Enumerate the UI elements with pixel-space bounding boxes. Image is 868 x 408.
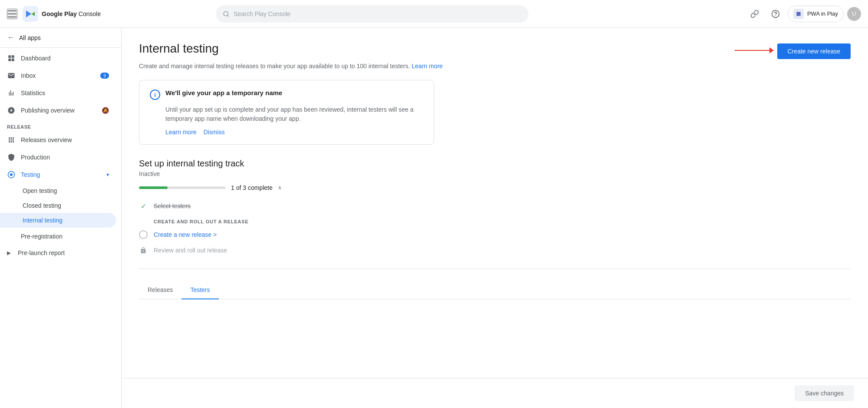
pre-registration-label: Pre-registration xyxy=(21,233,63,240)
release-section-label: Release xyxy=(0,119,121,131)
info-box-actions: Learn more Dismiss xyxy=(150,129,423,136)
info-dismiss-link[interactable]: Dismiss xyxy=(204,129,225,136)
info-box: i We'll give your app a temporary name U… xyxy=(139,80,434,145)
sidebar-item-statistics[interactable]: Statistics xyxy=(0,84,116,102)
all-apps-label: All apps xyxy=(19,34,41,41)
save-changes-button[interactable]: Save changes xyxy=(795,385,854,401)
progress-bar xyxy=(139,186,226,189)
sidebar-item-pre-registration[interactable]: Pre-registration xyxy=(0,228,116,245)
link-icon-button[interactable] xyxy=(746,5,763,23)
section-divider xyxy=(139,269,851,269)
info-circle-icon: i xyxy=(150,90,160,100)
setup-title: Set up internal testing track xyxy=(139,159,851,169)
sidebar-statistics-label: Statistics xyxy=(21,90,45,96)
step-label-review-rollout: Review and roll out release xyxy=(154,247,227,254)
page-title: Internal testing xyxy=(139,42,219,56)
info-box-title: We'll give your app a temporary name xyxy=(165,89,282,96)
progress-row: 1 of 3 complete ∧ xyxy=(139,184,851,191)
progress-bar-fill xyxy=(139,186,168,189)
nav-right: PWA in Play U xyxy=(746,5,861,23)
dashboard-icon xyxy=(7,54,16,63)
step-item-review-rollout: Review and roll out release xyxy=(139,244,851,256)
testing-chevron-icon: ▾ xyxy=(106,172,109,178)
sidebar-item-releases-overview[interactable]: Releases overview xyxy=(0,131,116,149)
create-rollout-label: CREATE AND ROLL OUT A RELEASE xyxy=(139,216,851,225)
step-label-select-testers: Select testers xyxy=(154,202,191,209)
step-lock-icon xyxy=(139,246,148,255)
red-arrow xyxy=(735,47,774,53)
search-icon xyxy=(223,10,229,17)
search-bar[interactable] xyxy=(216,5,528,23)
subtitle-learn-more-link[interactable]: Learn more xyxy=(412,63,443,70)
page-subtitle: Create and manage internal testing relea… xyxy=(139,63,851,70)
help-icon xyxy=(771,10,780,18)
statistics-icon xyxy=(7,89,16,97)
back-arrow-icon: ← xyxy=(7,33,15,42)
step-label-create-release: Create a new release > xyxy=(154,231,217,238)
help-icon-button[interactable] xyxy=(767,5,784,23)
svg-rect-6 xyxy=(12,55,14,58)
red-arrow-line xyxy=(735,50,769,51)
testing-icon xyxy=(7,170,16,179)
create-release-wrapper: Create new release xyxy=(777,42,851,59)
svg-rect-7 xyxy=(8,59,11,61)
tabs-row: Releases Testers xyxy=(139,281,851,299)
step-done-icon: ✓ xyxy=(139,202,148,210)
play-console-logo-icon xyxy=(23,6,38,22)
logo-text: Google Play Console xyxy=(42,10,101,17)
sidebar-item-dashboard[interactable]: Dashboard xyxy=(0,50,116,67)
svg-point-10 xyxy=(10,173,13,176)
tab-releases[interactable]: Releases xyxy=(139,281,182,299)
tab-testers[interactable]: Testers xyxy=(182,281,218,299)
sidebar-item-production[interactable]: Production xyxy=(0,149,116,166)
closed-testing-label: Closed testing xyxy=(23,202,61,209)
info-box-header: i We'll give your app a temporary name xyxy=(150,89,423,100)
publishing-icon xyxy=(7,106,16,115)
info-box-body: Until your app set up is complete and yo… xyxy=(150,105,423,123)
svg-rect-8 xyxy=(12,59,14,61)
internal-testing-label: Internal testing xyxy=(23,217,63,224)
sidebar-item-pre-launch[interactable]: ▶ Pre-launch report xyxy=(0,245,116,261)
search-input[interactable] xyxy=(234,10,521,17)
red-arrow-head xyxy=(769,47,774,53)
progress-label: 1 of 3 complete xyxy=(231,184,273,191)
avatar[interactable]: U xyxy=(847,7,861,21)
sidebar-inbox-label: Inbox xyxy=(21,72,36,79)
sidebar-dashboard-label: Dashboard xyxy=(21,55,51,62)
setup-status: Inactive xyxy=(139,170,851,177)
main-content: Internal testing Create new release Crea… xyxy=(122,28,868,408)
hamburger-menu-button[interactable] xyxy=(7,9,17,19)
sidebar-item-publishing[interactable]: Publishing overview 🔕 xyxy=(0,102,116,119)
bottom-bar: Save changes xyxy=(122,378,868,408)
svg-rect-5 xyxy=(8,55,11,58)
sidebar-sub-open-testing[interactable]: Open testing xyxy=(0,183,116,198)
svg-line-2 xyxy=(227,15,228,16)
app-chip-icon xyxy=(793,9,804,19)
open-testing-label: Open testing xyxy=(23,187,57,194)
sidebar-testing-label: Testing xyxy=(21,171,40,178)
step-list: ✓ Select testers CREATE AND ROLL OUT A R… xyxy=(139,200,851,256)
progress-chevron-icon[interactable]: ∧ xyxy=(278,185,282,191)
sidebar-item-inbox[interactable]: Inbox 9 xyxy=(0,67,116,84)
inbox-icon xyxy=(7,71,16,80)
sidebar-releases-label: Releases overview xyxy=(21,136,72,143)
pre-launch-expand-icon: ▶ xyxy=(7,250,11,256)
step-circle-icon xyxy=(139,230,148,239)
step-item-create-release: Create a new release > xyxy=(139,229,851,241)
pre-registration-icon xyxy=(7,232,16,241)
page-header: Internal testing Create new release xyxy=(139,42,851,59)
create-new-release-button[interactable]: Create new release xyxy=(777,43,851,59)
app-chip[interactable]: PWA in Play xyxy=(788,6,844,22)
sidebar-sub-closed-testing[interactable]: Closed testing xyxy=(0,198,116,213)
info-learn-more-link[interactable]: Learn more xyxy=(165,129,197,136)
sidebar-sub-internal-testing[interactable]: Internal testing xyxy=(0,213,116,228)
releases-icon xyxy=(7,136,16,144)
step-item-select-testers: ✓ Select testers xyxy=(139,200,851,212)
inbox-badge: 9 xyxy=(100,73,109,79)
sidebar: ← All apps Dashboard Inbox 9 Statistics … xyxy=(0,28,122,408)
all-apps-link[interactable]: ← All apps xyxy=(0,28,121,48)
logo-link[interactable]: Google Play Console xyxy=(23,6,101,22)
create-release-step-link[interactable]: Create a new release > xyxy=(154,231,217,238)
sidebar-item-testing[interactable]: Testing ▾ xyxy=(0,166,116,183)
link-icon xyxy=(750,10,759,18)
